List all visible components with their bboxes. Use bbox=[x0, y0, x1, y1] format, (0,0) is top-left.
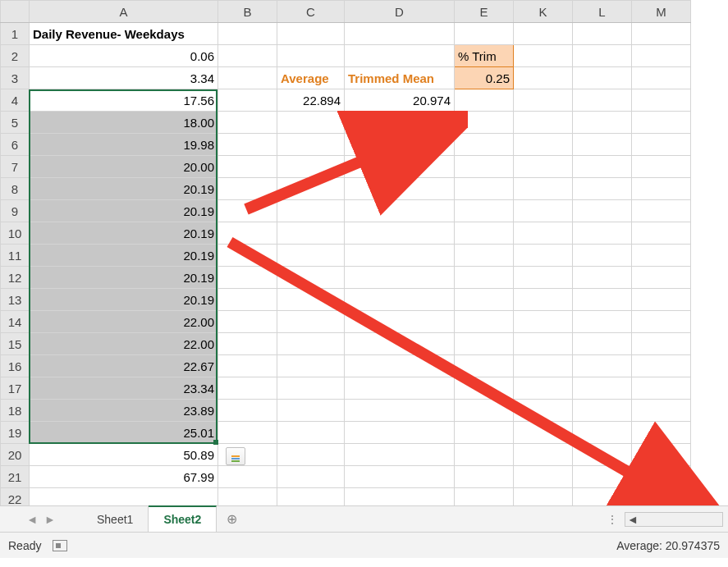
cell-B15[interactable] bbox=[218, 333, 277, 355]
cell-M10[interactable] bbox=[632, 222, 691, 245]
row-header-7[interactable]: 7 bbox=[1, 156, 30, 178]
cell-K17[interactable] bbox=[514, 377, 573, 400]
cell-D1[interactable] bbox=[345, 23, 455, 45]
cell-B5[interactable] bbox=[218, 112, 277, 134]
cell-C2[interactable] bbox=[277, 45, 345, 67]
cell-E15[interactable] bbox=[455, 333, 514, 355]
cell-E20[interactable] bbox=[455, 444, 514, 466]
cell-L4[interactable] bbox=[573, 89, 632, 112]
col-header-C[interactable]: C bbox=[277, 1, 345, 23]
cell-C22[interactable] bbox=[277, 488, 345, 506]
cell-E9[interactable] bbox=[455, 200, 514, 222]
cell-C4[interactable]: 22.894 bbox=[277, 89, 345, 112]
cell-E8[interactable] bbox=[455, 178, 514, 200]
cell-A18[interactable]: 23.89 bbox=[30, 400, 218, 422]
row-header-6[interactable]: 6 bbox=[1, 134, 30, 156]
cell-C15[interactable] bbox=[277, 333, 345, 355]
cell-C11[interactable] bbox=[277, 245, 345, 267]
col-header-K[interactable]: K bbox=[514, 1, 573, 23]
col-header-L[interactable]: L bbox=[573, 1, 632, 23]
cell-C1[interactable] bbox=[277, 23, 345, 45]
cell-L18[interactable] bbox=[573, 400, 632, 422]
cell-C17[interactable] bbox=[277, 377, 345, 400]
cell-B8[interactable] bbox=[218, 178, 277, 200]
cell-M19[interactable] bbox=[632, 422, 691, 444]
cell-L20[interactable] bbox=[573, 444, 632, 466]
row-header-13[interactable]: 13 bbox=[1, 289, 30, 311]
cell-B13[interactable] bbox=[218, 289, 277, 311]
tab-nav-arrows[interactable]: ◄ ► bbox=[0, 506, 82, 532]
cell-L9[interactable] bbox=[573, 200, 632, 222]
cell-A4[interactable]: 17.56 bbox=[30, 89, 218, 112]
cell-A1[interactable]: Daily Revenue- Weekdays bbox=[30, 23, 218, 45]
cell-L15[interactable] bbox=[573, 333, 632, 355]
cell-L6[interactable] bbox=[573, 134, 632, 156]
cell-L14[interactable] bbox=[573, 311, 632, 333]
cell-M12[interactable] bbox=[632, 267, 691, 289]
cell-E18[interactable] bbox=[455, 400, 514, 422]
cell-K4[interactable] bbox=[514, 89, 573, 112]
cell-L19[interactable] bbox=[573, 422, 632, 444]
cell-K3[interactable] bbox=[514, 67, 573, 89]
cell-L17[interactable] bbox=[573, 377, 632, 400]
cell-L3[interactable] bbox=[573, 67, 632, 89]
row-header-10[interactable]: 10 bbox=[1, 222, 30, 245]
cell-D6[interactable] bbox=[345, 134, 455, 156]
cell-K14[interactable] bbox=[514, 311, 573, 333]
cell-E19[interactable] bbox=[455, 422, 514, 444]
col-header-A[interactable]: A bbox=[30, 1, 218, 23]
row-header-2[interactable]: 2 bbox=[1, 45, 30, 67]
cell-K12[interactable] bbox=[514, 267, 573, 289]
cell-M18[interactable] bbox=[632, 400, 691, 422]
row-header-8[interactable]: 8 bbox=[1, 178, 30, 200]
cell-C16[interactable] bbox=[277, 355, 345, 377]
cell-A16[interactable]: 22.67 bbox=[30, 355, 218, 377]
col-header-B[interactable]: B bbox=[218, 1, 277, 23]
select-all-corner[interactable] bbox=[1, 1, 30, 23]
cell-D17[interactable] bbox=[345, 377, 455, 400]
cell-M21[interactable] bbox=[632, 466, 691, 488]
cell-D19[interactable] bbox=[345, 422, 455, 444]
cell-M4[interactable] bbox=[632, 89, 691, 112]
cell-L12[interactable] bbox=[573, 267, 632, 289]
cell-B10[interactable] bbox=[218, 222, 277, 245]
cell-K19[interactable] bbox=[514, 422, 573, 444]
cell-A11[interactable]: 20.19 bbox=[30, 245, 218, 267]
cell-B1[interactable] bbox=[218, 23, 277, 45]
cell-L1[interactable] bbox=[573, 23, 632, 45]
cell-K18[interactable] bbox=[514, 400, 573, 422]
row-header-22[interactable]: 22 bbox=[1, 488, 30, 506]
tab-sheet1[interactable]: Sheet1 bbox=[82, 506, 149, 532]
cell-A12[interactable]: 20.19 bbox=[30, 267, 218, 289]
cell-A15[interactable]: 22.00 bbox=[30, 333, 218, 355]
cell-L2[interactable] bbox=[573, 45, 632, 67]
tab-nav-prev-icon[interactable]: ◄ bbox=[26, 513, 38, 526]
cell-L16[interactable] bbox=[573, 355, 632, 377]
row-header-3[interactable]: 3 bbox=[1, 67, 30, 89]
cell-M11[interactable] bbox=[632, 245, 691, 267]
cell-A7[interactable]: 20.00 bbox=[30, 156, 218, 178]
macro-record-icon[interactable] bbox=[53, 540, 67, 551]
cell-D8[interactable] bbox=[345, 178, 455, 200]
tab-sheet2[interactable]: Sheet2 bbox=[149, 505, 217, 532]
worksheet-area[interactable]: A B C D E K L M 1Daily Revenue- Weekdays… bbox=[0, 0, 728, 505]
cell-K2[interactable] bbox=[514, 45, 573, 67]
cell-B7[interactable] bbox=[218, 156, 277, 178]
row-header-21[interactable]: 21 bbox=[1, 466, 30, 488]
cell-A8[interactable]: 20.19 bbox=[30, 178, 218, 200]
cell-L22[interactable] bbox=[573, 488, 632, 506]
cell-K22[interactable] bbox=[514, 488, 573, 506]
cell-B16[interactable] bbox=[218, 355, 277, 377]
cell-B21[interactable] bbox=[218, 466, 277, 488]
cell-E22[interactable] bbox=[455, 488, 514, 506]
cell-A14[interactable]: 22.00 bbox=[30, 311, 218, 333]
scroll-left-icon[interactable]: ◄ bbox=[625, 513, 640, 526]
row-header-4[interactable]: 4 bbox=[1, 89, 30, 112]
cell-A19[interactable]: 25.01 bbox=[30, 422, 218, 444]
cell-K9[interactable] bbox=[514, 200, 573, 222]
row-header-19[interactable]: 19 bbox=[1, 422, 30, 444]
cell-E5[interactable] bbox=[455, 112, 514, 134]
cell-A6[interactable]: 19.98 bbox=[30, 134, 218, 156]
cell-D5[interactable] bbox=[345, 112, 455, 134]
cell-C7[interactable] bbox=[277, 156, 345, 178]
